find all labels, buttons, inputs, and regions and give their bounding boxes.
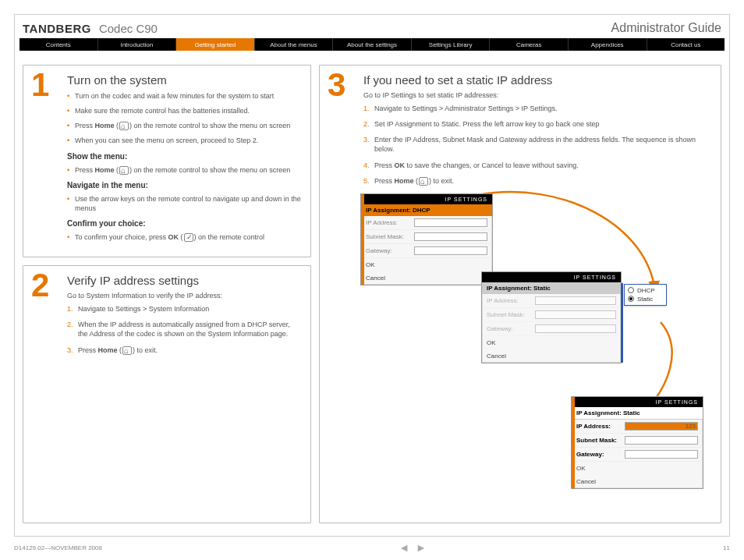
panel-2-title: Verify IP address settings <box>67 274 301 287</box>
panel-2-intro: Go to System Information to verify the I… <box>67 292 301 299</box>
shot3-titlebar: IP SETTINGS <box>572 397 703 407</box>
prev-page-icon[interactable]: ◄ <box>399 541 409 554</box>
right-column: 3 If you need to set a static IP address… <box>319 65 721 523</box>
brand-block: TANDBERG Codec C90 <box>23 22 158 35</box>
bullet-item: Make sure the remote control has the bat… <box>67 106 301 115</box>
panel-3-intro: Go to IP Settings to set static IP addre… <box>363 91 711 99</box>
next-page-icon[interactable]: ► <box>416 541 427 554</box>
shot3-assignment-row: IP Assignment: Static <box>572 407 703 420</box>
panel-1: 1 Turn on the system Turn on the codec a… <box>23 65 311 257</box>
brand-model: Codec C90 <box>99 22 158 35</box>
home-icon <box>119 122 129 130</box>
shot3-mask-input <box>625 436 698 445</box>
shot1-ip-input <box>414 218 487 227</box>
step-number-2: 2 <box>31 269 49 302</box>
bullet-item: To confirm your choice, press OK () on t… <box>67 232 301 242</box>
nav-item-introduction[interactable]: Introduction <box>98 38 177 51</box>
step-number-1: 1 <box>31 69 49 101</box>
page-nav-arrows: ◄ ► <box>399 541 427 554</box>
step-item: Enter the IP Address, Subnet Mask and Ga… <box>363 135 711 154</box>
shot2-titlebar: IP SETTINGS <box>482 272 621 282</box>
nav-item-getting-started[interactable]: Getting started <box>176 38 255 51</box>
nav-item-cameras[interactable]: Cameras <box>490 38 569 51</box>
bullet-item: Press Home () on the remote control to s… <box>67 165 301 175</box>
guide-title: Administrator Guide <box>611 21 721 35</box>
check-icon <box>184 233 193 242</box>
home-icon <box>122 346 132 355</box>
step-item: When the IP address is automatically ass… <box>67 320 301 338</box>
panel-3: 3 If you need to set a static IP address… <box>319 65 721 523</box>
step-item: Press Home () to exit. <box>67 346 301 355</box>
step-item: Set IP Assignment to Static. Press the l… <box>363 119 711 129</box>
screenshots-area: IP SETTINGS IP Assignment: DHCP IP Addre… <box>360 193 711 505</box>
panel-2: 2 Verify IP address settings Go to Syste… <box>23 265 311 523</box>
doc-id: D14129.02—NOVEMBER 2008 <box>14 544 102 551</box>
page-number: 11 <box>723 544 730 551</box>
panel-1-sub2: Navigate in the menu: <box>67 181 301 190</box>
nav-item-appendices[interactable]: Appendices <box>569 38 647 51</box>
radio-filled-icon <box>628 296 634 302</box>
shot3-ok: OK <box>572 462 703 475</box>
bullet-item: Turn on the codec and wait a few minutes… <box>67 91 301 101</box>
shot3-ip-input: 123 <box>625 422 698 431</box>
step-number-3: 3 <box>328 69 345 101</box>
bullet-item: When you can see the menu on screen, pro… <box>67 136 301 145</box>
step-item: Navigate to Settings > System Informatio… <box>67 304 301 314</box>
bullet-item: Use the arrow keys on the remote control… <box>67 194 301 213</box>
step-item: Navigate to Settings > Administrator Set… <box>363 104 711 113</box>
dhcp-static-popup: DHCP Static <box>624 284 667 306</box>
shot2-assignment-row: IP Assignment: Static <box>482 282 621 294</box>
screenshot-dhcp: IP SETTINGS IP Assignment: DHCP IP Addre… <box>360 193 493 285</box>
blue-strip-icon <box>621 283 623 363</box>
panel-1-sub1: Show the menu: <box>67 152 301 161</box>
side-strip-icon <box>572 397 575 488</box>
brand-name: TANDBERG <box>23 22 91 35</box>
home-icon <box>419 177 428 186</box>
side-strip-icon <box>361 194 364 285</box>
content-area: 1 Turn on the system Turn on the codec a… <box>15 57 729 531</box>
home-icon <box>119 166 129 175</box>
nav-item-about-the-settings[interactable]: About the settings <box>333 38 412 51</box>
radio-icon <box>628 287 634 293</box>
shot3-cancel: Cancel <box>572 475 703 488</box>
shot2-ok: OK <box>482 336 621 349</box>
top-nav: ContentsIntroductionGetting startedAbout… <box>19 38 725 51</box>
shot1-cancel: Cancel <box>361 271 492 285</box>
panel-1-title: Turn on the system <box>67 73 301 87</box>
shot1-assignment-row: IP Assignment: DHCP <box>361 204 492 216</box>
panel-3-title: If you need to set a static IP address <box>363 73 711 87</box>
header: TANDBERG Codec C90 Administrator Guide <box>15 15 729 38</box>
step-item: Press OK to save the changes, or Cancel … <box>363 161 711 170</box>
footer: D14129.02—NOVEMBER 2008 ◄ ► 11 <box>14 541 730 554</box>
page-frame: TANDBERG Codec C90 Administrator Guide C… <box>14 14 730 537</box>
left-column: 1 Turn on the system Turn on the codec a… <box>23 65 311 523</box>
panel-1-sub3: Confirm your choice: <box>67 219 301 228</box>
nav-item-contents[interactable]: Contents <box>19 38 98 51</box>
shot1-gw-input <box>414 246 487 255</box>
shot1-mask-input <box>414 232 487 241</box>
nav-item-settings-library[interactable]: Settings Library <box>412 38 491 51</box>
shot2-cancel: Cancel <box>482 349 621 363</box>
screenshot-enter-ip: IP SETTINGS IP Assignment: Static IP Add… <box>571 396 703 489</box>
step-item: Press Home () to exit. <box>363 176 711 186</box>
shot3-gw-input <box>625 450 698 459</box>
nav-item-about-the-menus[interactable]: About the menus <box>255 38 334 51</box>
bullet-item: Press Home () on the remote control to s… <box>67 121 301 130</box>
shot1-titlebar: IP SETTINGS <box>361 194 492 204</box>
nav-item-contact-us[interactable]: Contact us <box>647 38 725 51</box>
shot1-ok: OK <box>361 258 492 271</box>
screenshot-static-select: IP SETTINGS IP Assignment: Static IP Add… <box>481 271 622 363</box>
